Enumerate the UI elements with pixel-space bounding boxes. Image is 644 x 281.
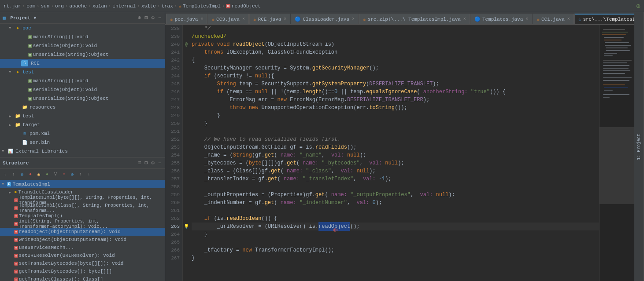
badge-m5: m xyxy=(28,88,32,92)
tree-label-test-pkg: test xyxy=(22,69,34,75)
tree-item-test-pkg[interactable]: ▼ ● test xyxy=(0,68,165,77)
bc-xsltc[interactable]: xsltc xyxy=(141,4,156,9)
marker-254 xyxy=(183,151,190,159)
tab-close-classloader[interactable]: × xyxy=(352,17,355,22)
str-icon-3[interactable]: ⊕ xyxy=(19,171,26,178)
code-line-260: _indentNumber = gf.get( name: "_indentNu… xyxy=(192,199,599,207)
svg-rect-5 xyxy=(605,42,629,43)
tab-rce[interactable]: ☕ RCE.java × xyxy=(249,14,290,24)
str-settings-icon[interactable]: ⚙ xyxy=(151,159,155,167)
struct-writeobject[interactable]: m writeObject(ObjectOutputStream): void xyxy=(0,236,165,244)
marker-264 xyxy=(183,230,190,238)
tab-cc3[interactable]: ☕ CC3.java × xyxy=(207,14,248,24)
marker-246 xyxy=(183,88,190,96)
tree-item-resources[interactable]: 📁 resources xyxy=(0,103,165,112)
str-filter-icon[interactable]: ⊟ xyxy=(144,159,148,167)
tab-templates-impl-active[interactable]: ☕ src\...\TemplatesImpl.java × xyxy=(574,14,634,24)
bc-com[interactable]: com xyxy=(26,4,35,9)
tab-templates-impl-src[interactable]: ☕ src.zip!\...\ TemplatesImpl.java × xyxy=(359,14,470,24)
ln-261: 261 xyxy=(165,207,182,215)
project-vertical-tab[interactable]: 1: Project xyxy=(634,12,644,281)
bc-internal[interactable]: internal xyxy=(112,4,136,9)
str-icon-8[interactable]: ○ xyxy=(60,171,67,178)
tree-item-unserialize2[interactable]: m unserialize(String):Object xyxy=(0,94,165,103)
filter-icon[interactable]: ⊟ xyxy=(144,14,148,22)
bc-org[interactable]: org xyxy=(55,4,64,9)
bc-sep1: › xyxy=(22,4,26,9)
tree-item-ext-libs[interactable]: ▼ 📊 External Libraries xyxy=(0,147,165,156)
marker-263[interactable]: 💡 xyxy=(183,223,190,230)
struct-item-class[interactable]: ▼ C TemplatesImpl xyxy=(0,180,165,188)
structure-header: Structure ≡ ⊟ ⚙ − xyxy=(0,157,165,169)
tab-poc[interactable]: ☕ poc.java × xyxy=(166,14,207,24)
struct-badge-r10: m xyxy=(14,270,18,274)
tree-item-ser-bin[interactable]: 📄 ser.bin xyxy=(0,138,165,147)
svg-rect-13 xyxy=(603,65,629,66)
tab-close-rce[interactable]: × xyxy=(284,17,286,22)
str-icon-1[interactable]: ↓ xyxy=(2,171,9,178)
bc-apache[interactable]: apache xyxy=(69,4,87,9)
str-icon-7[interactable]: V xyxy=(52,171,59,178)
str-icon-11[interactable]: ↓ xyxy=(85,171,93,178)
code-editor[interactable]: */ /unchecked/ private void readObject(O… xyxy=(190,25,599,281)
bc-trax[interactable]: trax xyxy=(161,4,173,9)
bc-templates-impl[interactable]: TemplatesImpl xyxy=(183,4,221,9)
minimap-svg xyxy=(600,25,634,281)
struct-settranslet[interactable]: m setTransletBytecodes(byte[][]): void xyxy=(0,259,165,267)
structure-icons-toolbar: ↓ ↕ ⊕ ● ◉ ● V ○ ⊕ ↑ ↓ xyxy=(0,169,165,180)
expand-icon[interactable]: ⊕ xyxy=(636,2,640,11)
tree-label-serialize1: serialize(Object):void xyxy=(33,43,97,48)
bc-rtjar[interactable]: rt.jar xyxy=(4,4,21,9)
tree-item-poc[interactable]: ▼ ● poc xyxy=(0,24,165,33)
bc-read-object[interactable]: readObject xyxy=(232,4,261,9)
minimize-icon[interactable]: − xyxy=(157,15,162,22)
tree-item-serialize2[interactable]: m serialize(Object):void xyxy=(0,85,165,94)
bc-file-icon: ☕ xyxy=(178,3,181,9)
tree-item-serialize1[interactable]: m serialize(Object):void xyxy=(0,41,165,50)
str-icon-5[interactable]: ◉ xyxy=(35,171,42,178)
sync-icon[interactable]: ⊕ xyxy=(137,14,142,22)
ln-246: 246 xyxy=(165,88,182,96)
tree-item-target[interactable]: ▶ 📁 target xyxy=(0,120,165,129)
str-icon-9[interactable]: ⊕ xyxy=(69,171,76,178)
marker-243 xyxy=(183,64,190,72)
tree-item-main1[interactable]: m main(String[]):void xyxy=(0,33,165,41)
struct-seturiresolver[interactable]: m setURIResolver(URIResolver): void xyxy=(0,252,165,259)
tree-item-rce[interactable]: C RCE xyxy=(0,59,165,68)
tree-item-unserialize1[interactable]: m unserialize(String):Object xyxy=(0,50,165,59)
tree-item-main2[interactable]: m main(String[]):void xyxy=(0,77,165,85)
tree-item-pom[interactable]: m pom.xml xyxy=(0,129,165,138)
str-icon-10[interactable]: ↑ xyxy=(77,171,84,178)
tab-close-src1[interactable]: × xyxy=(463,17,466,22)
struct-getclasses[interactable]: m getTransletClasses(): Class[] xyxy=(0,275,165,281)
svg-rect-21 xyxy=(604,90,613,91)
tree-label-main2: main(String[]):void xyxy=(33,78,88,84)
tab-label-src1: src.zip!\...\ TemplatesImpl.java xyxy=(368,17,461,22)
str-icon-2[interactable]: ↕ xyxy=(10,171,17,178)
struct-ctor-2[interactable]: m TemplatesImpl(Class[], String, Propert… xyxy=(0,204,165,212)
tab-close-poc[interactable]: × xyxy=(200,17,203,22)
tab-label-templates: Templates.java xyxy=(482,17,523,22)
tab-close-cc3[interactable]: × xyxy=(242,17,245,22)
bc-sun[interactable]: sun xyxy=(41,4,50,9)
tab-classloader[interactable]: 🔵 ClassLoader.java × xyxy=(291,14,359,24)
tab-bar: ☕ poc.java × ☕ CC3.java × ☕ RCE.java × 🔵… xyxy=(165,12,634,25)
svg-rect-20 xyxy=(604,87,628,88)
tab-cc1[interactable]: ☕ CC1.java × xyxy=(533,14,574,24)
tab-close-cc1[interactable]: × xyxy=(567,17,570,22)
tab-close-templates[interactable]: × xyxy=(526,17,528,22)
struct-label-init: init(String, Properties, int, Transforme… xyxy=(19,219,165,229)
struct-gettranslet[interactable]: m getTransletBytecodes(): byte[][] xyxy=(0,267,165,275)
str-minimize-icon[interactable]: − xyxy=(157,160,162,167)
tab-templates[interactable]: 🔵 Templates.java × xyxy=(470,14,532,24)
bc-xalan[interactable]: xalan xyxy=(93,4,107,9)
str-icon-4[interactable]: ● xyxy=(27,171,34,178)
struct-init[interactable]: m init(String, Properties, int, Transfor… xyxy=(0,220,165,228)
tree-item-test-folder[interactable]: ▶ 📁 test xyxy=(0,112,165,120)
settings-icon[interactable]: ⚙ xyxy=(151,14,155,22)
str-sort-icon[interactable]: ≡ xyxy=(137,160,142,167)
svg-rect-10 xyxy=(604,55,613,56)
str-icon-6[interactable]: ● xyxy=(44,171,51,178)
svg-rect-22 xyxy=(603,94,629,95)
struct-useservices[interactable]: m useServicesMechn... xyxy=(0,244,165,252)
